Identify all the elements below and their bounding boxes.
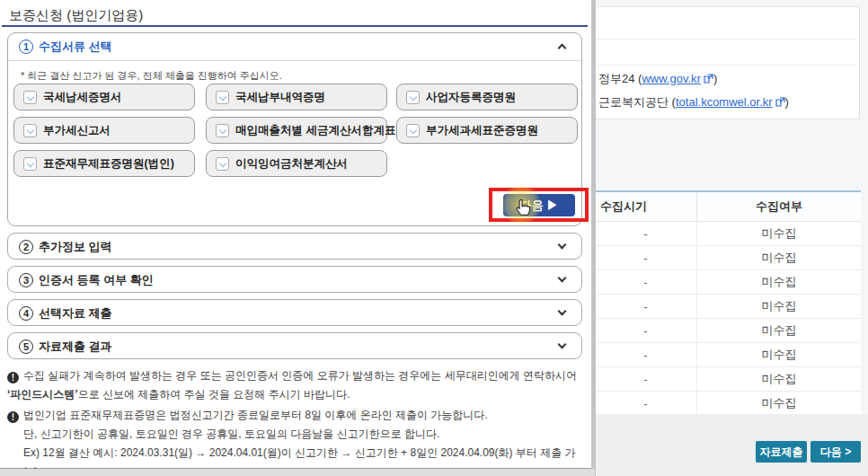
- chevron-select-icon: [216, 157, 229, 171]
- step4-panel: 4 선택자료 제출: [7, 299, 582, 326]
- step3-label: 인증서 등록 여부 확인: [39, 272, 154, 288]
- background-page: 정부24 (www.gov.kr) 근로복지공단 (total.kcomwel.…: [595, 0, 868, 476]
- chevron-select-icon: [216, 124, 229, 137]
- doc-button-vat-base-cert[interactable]: 부가세과세표준증명원: [396, 117, 578, 144]
- chevron-select-icon: [406, 124, 420, 137]
- collection-status-table: 수집시기 수집여부 -미수집 -미수집 -미수집 -미수집 -미수집 -미수집 …: [595, 190, 861, 416]
- table-row: -미수집: [595, 367, 861, 392]
- cell-status: 미수집: [697, 319, 861, 342]
- chevron-select-icon: [23, 124, 37, 137]
- footnote1-pre: 수집 실패가 계속하여 발생하는 경우 또는 공인인증서 인증에 오류가 발생하…: [23, 369, 577, 382]
- step4-label: 선택자료 제출: [39, 305, 112, 322]
- step2-header[interactable]: 2 추가정보 입력: [8, 234, 581, 260]
- external-link-icon: [704, 73, 713, 83]
- cell-status: 미수집: [697, 222, 861, 245]
- chevron-down-icon: [558, 340, 567, 349]
- modal-title: 보증신청 (법인기업용): [9, 7, 143, 24]
- title-underline: [2, 25, 588, 27]
- col-header-collect-status: 수집여부: [697, 192, 861, 221]
- step1-note: * 최근 결산 신고가 된 경우, 전체 제출을 진행하여 주십시오.: [21, 69, 282, 83]
- kcomwel-prefix: 근로복지공단 (: [598, 95, 676, 109]
- footnote2-line2: 단, 신고기한이 공휴일, 토요일인 경우 공휴일, 토요일의 다음날을 신고기…: [7, 425, 586, 444]
- cell-status: 미수집: [697, 246, 861, 269]
- step3-panel: 3 인증서 등록 여부 확인: [7, 266, 582, 293]
- step5-panel: 5 자료제출 결과: [7, 332, 582, 359]
- table-header-row: 수집시기 수집여부: [595, 192, 861, 222]
- info-icon: !: [7, 411, 19, 423]
- footnote1-bold: ‘파인드시스템’: [7, 388, 78, 401]
- cell-status: 미수집: [697, 392, 861, 415]
- divider: [595, 39, 855, 40]
- cell-status: 미수집: [697, 270, 861, 294]
- step1-next-button[interactable]: 다음 ▶: [503, 194, 575, 216]
- chevron-select-icon: [216, 91, 229, 104]
- table-row: -미수집: [595, 270, 861, 295]
- step2-label: 추가정보 입력: [39, 239, 112, 255]
- chevron-down-icon: [558, 274, 567, 283]
- gov24-prefix: 정부24 (: [598, 72, 642, 85]
- table-row: -미수집: [595, 222, 861, 246]
- cell-status: 미수집: [697, 367, 861, 391]
- table-row: -미수집: [595, 246, 861, 270]
- doc-button-natl-tax-payment-cert[interactable]: 국세납세증명서: [13, 84, 195, 110]
- screen: 정부24 (www.gov.kr) 근로복지공단 (total.kcomwel.…: [0, 0, 868, 476]
- modal-edge-shadow: [591, 0, 596, 476]
- step5-label: 자료제출 결과: [39, 339, 112, 355]
- doc-button-natl-tax-history[interactable]: 국세납부내역증명: [206, 84, 387, 110]
- guarantee-application-modal: 보증신청 (법인기업용) 1 수집서류 선택 * 최근 결산 신고가 된 경우,…: [0, 0, 591, 469]
- step1-label: 수집서류 선택: [39, 39, 112, 55]
- doc-button-standard-financial-statement[interactable]: 표준재무제표증명원(법인): [13, 150, 195, 177]
- divider: [595, 65, 855, 66]
- chevron-select-icon: [23, 157, 37, 171]
- footnote2-line1-row: !법인기업 표준재무제표증명은 법정신고기간 종료일로부터 8일 이후에 온라인…: [7, 406, 586, 425]
- cell-time: -: [595, 270, 697, 294]
- doc-button-retained-earnings-statement[interactable]: 이익잉여금처분계산서: [206, 150, 387, 177]
- divider: [8, 60, 581, 61]
- step1-header[interactable]: 1 수집서류 선택: [8, 33, 581, 60]
- cell-time: -: [595, 295, 697, 318]
- cell-time: -: [595, 246, 697, 269]
- doc-button-vat-return[interactable]: 부가세신고서: [13, 117, 195, 144]
- page-footer-bar: 자료제출 다음 >: [595, 414, 868, 476]
- step4-header[interactable]: 4 선택자료 제출: [8, 300, 581, 327]
- footnote-collection-failure: !수집 실패가 계속하여 발생하는 경우 또는 공인인증서 인증에 오류가 발생…: [7, 366, 586, 404]
- chevron-select-icon: [23, 91, 37, 104]
- col-header-collect-time: 수집시기: [595, 192, 697, 221]
- table-row: -미수집: [595, 295, 861, 319]
- kcomwel-suffix: ): [785, 95, 789, 109]
- cell-time: -: [595, 319, 697, 342]
- info-card: 정부24 (www.gov.kr) 근로복지공단 (total.kcomwel.…: [595, 6, 860, 119]
- step3-number: 3: [19, 273, 33, 287]
- step1-number: 1: [19, 40, 33, 54]
- cell-time: -: [595, 222, 697, 245]
- chevron-select-icon: [406, 91, 420, 104]
- table-row: -미수집: [595, 319, 861, 343]
- footnote1-post: 으로 신보에 제출하여 주실 것을 요청해 주시기 바랍니다.: [78, 388, 350, 401]
- kcomwel-link-row: 근로복지공단 (total.kcomwel.or.kr): [598, 94, 789, 110]
- doc-button-business-registration[interactable]: 사업자등록증명원: [396, 84, 578, 110]
- table-row: -미수집: [595, 392, 861, 416]
- footnote2-line1: 법인기업 표준재무제표증명은 법정신고기간 종료일로부터 8일 이후에 온라인 …: [23, 409, 488, 421]
- kcomwel-link[interactable]: total.kcomwel.or.kr: [676, 95, 773, 109]
- step3-header[interactable]: 3 인증서 등록 여부 확인: [8, 267, 581, 294]
- external-link-icon: [775, 96, 785, 106]
- step2-panel: 2 추가정보 입력: [7, 233, 582, 260]
- step2-number: 2: [19, 240, 33, 254]
- submit-data-button[interactable]: 자료제출: [756, 441, 807, 463]
- gov24-link[interactable]: www.gov.kr: [642, 72, 701, 85]
- step1-panel: 1 수집서류 선택 * 최근 결산 신고가 된 경우, 전체 제출을 진행하여 …: [7, 32, 582, 226]
- cell-time: -: [595, 367, 697, 391]
- step5-number: 5: [19, 339, 33, 354]
- chevron-up-icon: [558, 44, 567, 53]
- page-next-button[interactable]: 다음 >: [810, 441, 861, 463]
- modal-bottom-strip: [0, 469, 595, 476]
- step4-number: 4: [19, 306, 33, 321]
- chevron-down-icon: [558, 307, 567, 316]
- cell-status: 미수집: [697, 343, 861, 366]
- footnote-standard-financial: !법인기업 표준재무제표증명은 법정신고기간 종료일로부터 8일 이후에 온라인…: [7, 406, 586, 476]
- gov24-link-row: 정부24 (www.gov.kr): [598, 71, 717, 87]
- table-row: -미수집: [595, 343, 861, 367]
- step5-header[interactable]: 5 자료제출 결과: [8, 333, 581, 360]
- doc-button-tax-invoice-summary[interactable]: 매입매출처별 세금계산서합계표: [206, 117, 387, 144]
- chevron-down-icon: [558, 241, 567, 250]
